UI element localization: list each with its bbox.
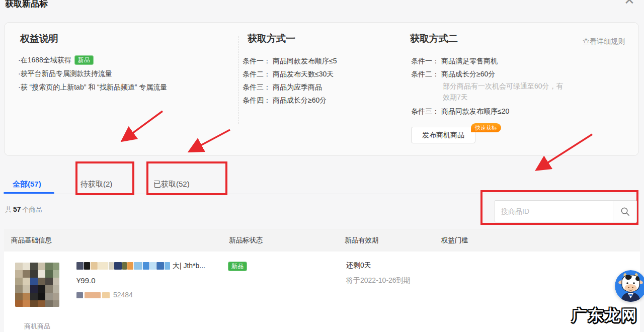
censored-mosaic xyxy=(98,262,108,270)
publish-opportunity-product-button[interactable]: 发布商机商品 xyxy=(411,127,475,143)
active-tab-underline xyxy=(4,192,54,194)
censored-mosaic xyxy=(109,262,114,270)
benefit-item: ·获 “搜索页的上新tab” 和 “找新品频道” 专属流量 xyxy=(18,80,167,94)
col-product-info: 商品基础信息 xyxy=(11,236,52,245)
censored-mosaic xyxy=(76,292,83,298)
method1-heading: 获取方式一 xyxy=(248,32,295,45)
censored-mosaic xyxy=(150,262,156,270)
censored-mosaic xyxy=(134,262,142,270)
censored-mosaic xyxy=(156,262,164,270)
status-badge: 新品 xyxy=(228,262,247,271)
censored-mosaic xyxy=(143,262,149,270)
tab-all[interactable]: 全部(57) xyxy=(13,180,41,189)
opportunity-product-label: 商机商品 xyxy=(15,322,59,331)
new-product-badge: 新品 xyxy=(74,55,94,65)
product-id-text: 52484 xyxy=(113,291,133,299)
benefits-list: ·在1688全域获得新品 ·获平台新品专属测款扶持流量 ·获 “搜索页的上新ta… xyxy=(18,53,167,94)
benefits-heading: 权益说明 xyxy=(20,32,58,45)
censored-mosaic xyxy=(127,262,133,270)
product-count-summary: 共57个商品 xyxy=(5,205,42,214)
method2-heading: 获取方式二 xyxy=(410,32,458,45)
benefit-item: ·获平台新品专属测款扶持流量 xyxy=(18,67,167,80)
cow-avatar-icon xyxy=(615,270,644,302)
product-price: ¥99.0 xyxy=(76,276,96,285)
close-icon[interactable]: ✕ xyxy=(624,0,635,7)
col-threshold: 权益门槛 xyxy=(441,236,468,245)
condition-note: 部分商品有一次机会可绿通至60分，有效期7天 xyxy=(443,80,570,103)
annotation-box-obtained-tab xyxy=(146,161,227,195)
condition-item: 条件一：商品同款发布顺序≤5 xyxy=(243,54,337,67)
censored-mosaic xyxy=(114,262,122,270)
condition-item: 条件一：商品满足零售商机 xyxy=(411,54,570,67)
quick-badge-tag: 快速获标 xyxy=(471,123,501,132)
censored-mosaic xyxy=(76,262,84,270)
watermark-text: 广东龙网 xyxy=(572,305,638,326)
product-title[interactable]: 大| Jth*b... xyxy=(76,262,205,271)
product-title-text: 大| Jth*b... xyxy=(173,262,205,270)
product-count: 57 xyxy=(13,205,21,213)
view-detailed-rules-link[interactable]: 查看详细规则 xyxy=(583,37,625,46)
condition-item: 条件二：商品成长分≥60分 xyxy=(411,67,570,80)
censored-mosaic xyxy=(102,292,110,298)
censored-mosaic xyxy=(91,262,98,270)
search-button[interactable] xyxy=(613,201,636,222)
validity-expire-date: 将于2022-10-26到期 xyxy=(346,276,411,285)
censored-mosaic xyxy=(165,262,170,270)
condition-item: 条件四：商品成长分≥60分 xyxy=(243,94,337,107)
validity-remaining: 还剩0天 xyxy=(346,261,371,270)
page-title: 获取新品标 xyxy=(5,0,48,10)
product-id: 52484 xyxy=(76,291,133,299)
benefit-item: ·在1688全域获得新品 xyxy=(18,53,167,67)
search-box xyxy=(495,200,637,222)
product-image-censored[interactable] xyxy=(15,263,59,307)
col-validity: 新品有效期 xyxy=(345,236,379,245)
new-product-badge-dialog: 获取新品标 ✕ 权益说明 ·在1688全域获得新品 ·获平台新品专属测款扶持流量… xyxy=(0,0,644,332)
method1-conditions: 条件一：商品同款发布顺序≤5 条件二：商品发布天数≤30天 条件三：商品为应季商… xyxy=(243,54,337,107)
search-icon xyxy=(620,207,630,216)
censored-mosaic xyxy=(84,262,90,270)
dashed-divider xyxy=(238,36,239,124)
search-input[interactable] xyxy=(495,201,613,222)
cow-mascot-avatar[interactable] xyxy=(615,270,644,302)
condition-item: 条件三：商品为应季商品 xyxy=(243,80,337,94)
col-badge-status: 新品标状态 xyxy=(229,236,263,245)
annotation-box-pending-tab xyxy=(75,161,134,195)
censored-mosaic xyxy=(122,262,127,270)
table-header xyxy=(4,229,640,252)
condition-item: 条件三：商品同款发布顺序≤20 xyxy=(411,105,570,118)
censored-mosaic xyxy=(85,292,101,298)
method2-conditions: 条件一：商品满足零售商机 条件二：商品成长分≥60分 部分商品有一次机会可绿通至… xyxy=(411,54,570,118)
condition-item: 条件二：商品发布天数≤30天 xyxy=(243,67,337,80)
